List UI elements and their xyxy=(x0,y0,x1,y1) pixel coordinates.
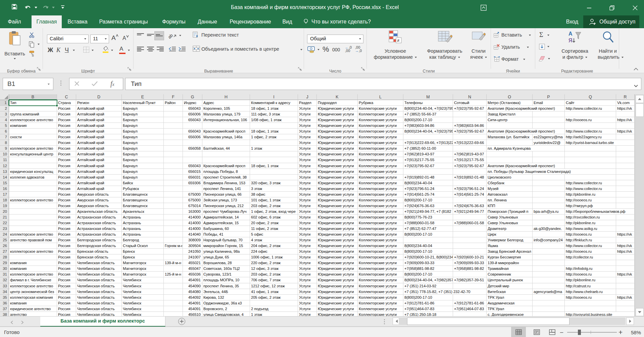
cell-C8[interactable]: Россия xyxy=(57,140,76,146)
cell-B8[interactable] xyxy=(9,140,57,146)
cell-E11[interactable]: Барнаул xyxy=(122,157,164,163)
cell-B23[interactable] xyxy=(9,226,57,232)
cell-Q28[interactable]: http://collector.ru xyxy=(565,254,616,260)
cell-O18[interactable]: пл. Ленина xyxy=(487,197,533,203)
cell-P38[interactable] xyxy=(533,312,565,316)
column-header-P[interactable]: P xyxy=(533,94,565,100)
restore-icon[interactable] xyxy=(604,0,620,15)
cell-K27[interactable]: Юридические услуги xyxy=(317,249,358,254)
font-family-dropdown-icon[interactable] xyxy=(84,38,86,40)
column-header-G[interactable]: G xyxy=(183,94,202,100)
cell-F24[interactable] xyxy=(164,232,183,237)
cell-G37[interactable]: 454091 xyxy=(183,306,202,312)
row-header-19[interactable]: 19 xyxy=(0,203,9,209)
cell-D16[interactable]: Алтайский край xyxy=(76,186,122,192)
cell-E22[interactable]: Астрахань xyxy=(122,220,164,226)
scroll-down-button[interactable] xyxy=(636,308,644,316)
cell-L37[interactable]: Коллекторские услуги xyxy=(358,306,403,312)
cell-I34[interactable]: 41 офис, 1 этаж xyxy=(250,289,298,295)
cell-F1[interactable]: Район xyxy=(164,100,183,106)
decrease-decimal-icon[interactable]: ,00→,0 xyxy=(355,46,362,52)
cell-M16[interactable]: +7(923)796-51-24 xyxy=(403,186,453,192)
cell-G19[interactable]: 675014 xyxy=(183,203,202,209)
delete-cells-label[interactable]: Удалить xyxy=(501,44,520,50)
cell-H37[interactable]: Воровского, 2 xyxy=(202,306,250,312)
cell-K2[interactable]: Юридические услуги xyxy=(317,106,358,111)
cell-M34[interactable]: +7 (351) 778-15-82, +7 (351) 232-42-70 xyxy=(403,289,487,295)
paste-dropdown-icon[interactable] xyxy=(14,58,16,59)
column-header-F[interactable]: F xyxy=(164,94,183,100)
vertical-scrollbar[interactable] xyxy=(635,94,644,316)
cell-G11[interactable] xyxy=(183,157,202,163)
cell-C26[interactable]: Россия xyxy=(57,243,76,249)
cell-J28[interactable]: Услуги xyxy=(298,254,317,260)
cell-K23[interactable]: Юридические услуги xyxy=(317,226,358,232)
cell-O35[interactable]: ТРК Урал xyxy=(487,295,533,300)
cell-I20[interactable]: 1 офис, 2 этаж, вход чере xyxy=(250,209,298,214)
cell-O7[interactable]: Малахова (ул. Балтийск xyxy=(487,134,533,140)
paste-button[interactable]: Вставить xyxy=(3,30,26,60)
cell-I24[interactable]: 5 офис xyxy=(250,232,298,237)
cell-D36[interactable]: Челябинская область xyxy=(76,300,122,306)
cell-F25[interactable] xyxy=(164,237,183,243)
cell-J12[interactable]: Услуги xyxy=(298,163,317,169)
format-painter-icon[interactable] xyxy=(29,50,35,56)
cell-O4[interactable]: Сити-центр xyxy=(487,117,533,123)
cell-R2[interactable]: https://vk xyxy=(616,106,635,111)
cell-J37[interactable]: Услуги xyxy=(298,306,317,312)
column-header-E[interactable]: E xyxy=(122,94,164,100)
cell-N3[interactable] xyxy=(453,111,487,117)
cell-O19[interactable]: КПП xyxy=(487,203,533,209)
cell-L10[interactable]: Коллекторские услуги xyxy=(358,151,403,157)
copy-dropdown-icon[interactable] xyxy=(38,44,40,45)
cell-styles-button[interactable]: Стили ячеек xyxy=(468,29,489,62)
cell-C20[interactable]: Россия xyxy=(57,209,76,214)
row-header-20[interactable]: 20 xyxy=(0,209,9,214)
row-header-13[interactable]: 13 xyxy=(0,169,9,175)
cell-F9[interactable] xyxy=(164,146,183,151)
cell-M36[interactable]: +7(912)781-61-86 xyxy=(403,300,453,306)
cell-I2[interactable]: 18 офис, 1 этаж xyxy=(250,106,298,111)
cell-N22[interactable]: +7(988)060-01-58 xyxy=(453,220,487,226)
cell-Q24[interactable]: http://oooeos.ru xyxy=(565,232,616,237)
cell-M1[interactable]: Телефоны xyxy=(403,100,453,106)
cell-R15[interactable] xyxy=(616,180,635,186)
cell-Q23[interactable]: http://www.astkg.ru xyxy=(565,226,616,232)
copy-icon[interactable] xyxy=(29,41,35,47)
cell-D10[interactable]: Алтайский край xyxy=(76,151,122,157)
cell-R14[interactable] xyxy=(616,175,635,180)
cell-N17[interactable]: +7(914)561-25-74 xyxy=(453,192,487,197)
cell-H34[interactable]: Энгельса, 44Б xyxy=(202,289,250,295)
cell-H17[interactable]: Пионерская улица, 66 xyxy=(202,192,250,197)
cell-B26[interactable] xyxy=(9,243,57,249)
delete-cells-icon[interactable] xyxy=(494,44,500,50)
cell-I16[interactable]: 3 этаж xyxy=(250,186,298,192)
name-box[interactable]: B1 xyxy=(3,78,53,90)
cell-K38[interactable]: Юридические услуги xyxy=(317,312,358,316)
cell-O22[interactable]: Сквер Ульяновых xyxy=(487,220,533,226)
cell-K28[interactable]: Юридические услуги xyxy=(317,254,358,260)
row-header-25[interactable]: 25 xyxy=(0,237,9,243)
cell-O27[interactable]: Завод Брянский Арсенал xyxy=(487,249,533,254)
cell-F33[interactable] xyxy=(164,283,183,289)
cell-E28[interactable]: Брянск xyxy=(122,254,164,260)
cell-R1[interactable]: Vk.com xyxy=(616,100,635,106)
cell-I9[interactable]: 1 этаж xyxy=(250,146,298,151)
row-header-31[interactable]: 31 xyxy=(0,272,9,277)
cell-B31[interactable]: коллекторское агентство xyxy=(9,272,57,277)
cell-L34[interactable]: Коллекторские услуги xyxy=(358,289,403,295)
cell-B10[interactable]: консультационный центр xyxy=(9,151,57,157)
cell-I26[interactable]: 204 офис, 2 этаж xyxy=(250,243,298,249)
cell-D26[interactable]: Белгородская область xyxy=(76,243,122,249)
cell-N38[interactable] xyxy=(453,312,487,316)
cell-E34[interactable]: Челябинск xyxy=(122,289,164,295)
row-header-11[interactable]: 11 xyxy=(0,157,9,163)
row-header-5[interactable]: 5 xyxy=(0,123,9,129)
cell-C11[interactable]: Россия xyxy=(57,157,76,163)
zoom-out-icon[interactable]: − xyxy=(560,329,563,336)
increase-font-icon[interactable]: А xyxy=(111,34,118,42)
cell-I10[interactable] xyxy=(250,151,298,157)
cell-I18[interactable]: 101 офис, 1 этаж xyxy=(250,197,298,203)
cell-P3[interactable] xyxy=(533,111,565,117)
cell-P25[interactable]: info@company24 xyxy=(533,237,565,243)
